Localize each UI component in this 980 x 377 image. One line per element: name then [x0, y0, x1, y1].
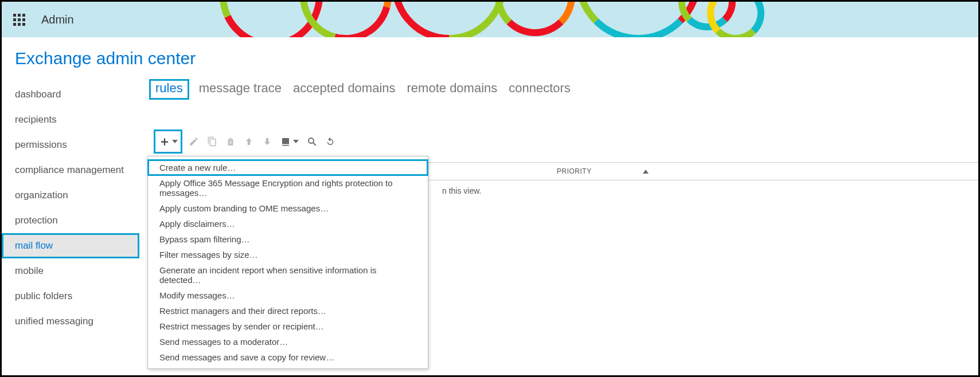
sidebar: dashboard recipients permissions complia…: [2, 78, 139, 334]
sort-asc-icon: [643, 170, 649, 174]
sidebar-item-permissions[interactable]: permissions: [2, 132, 139, 158]
new-rule-dropdown: Create a new rule… Apply Office 365 Mess…: [147, 156, 428, 369]
chevron-down-icon: [293, 140, 299, 143]
tabs: rules message trace accepted domains rem…: [155, 81, 978, 98]
delete-button[interactable]: [225, 136, 236, 147]
sidebar-item-compliance[interactable]: compliance management: [2, 158, 139, 183]
arrow-up-icon: [244, 136, 254, 147]
search-button[interactable]: [307, 136, 317, 147]
tab-accepted-domains[interactable]: accepted domains: [293, 81, 396, 96]
column-priority[interactable]: PRIORITY: [557, 167, 654, 175]
main-content: rules message trace accepted domains rem…: [139, 78, 978, 334]
dd-send-to-moderator[interactable]: Send messages to a moderator…: [148, 334, 428, 349]
dd-restrict-sender-recipient[interactable]: Restrict messages by sender or recipient…: [148, 319, 428, 334]
dd-filter-by-size[interactable]: Filter messages by size…: [148, 247, 428, 262]
column-label: PRIORITY: [557, 167, 592, 175]
search-icon: [307, 136, 317, 147]
copy-icon: [207, 136, 217, 147]
arrow-down-icon: [262, 136, 272, 147]
move-up-button[interactable]: [244, 136, 254, 147]
dd-create-new-rule[interactable]: Create a new rule…: [148, 160, 428, 175]
tab-message-trace[interactable]: message trace: [199, 81, 282, 96]
sidebar-item-unified-messaging[interactable]: unified messaging: [2, 309, 139, 334]
plus-icon: ＋: [158, 133, 171, 150]
decorative-arc: [707, 2, 764, 37]
move-down-button[interactable]: [262, 136, 272, 147]
sidebar-item-mobile[interactable]: mobile: [2, 258, 139, 284]
copy-button[interactable]: [207, 136, 217, 147]
export-icon: [280, 136, 291, 147]
decorative-arc: [495, 2, 575, 36]
top-bar: Admin: [2, 2, 978, 37]
admin-label: Admin: [41, 13, 74, 26]
sidebar-item-organization[interactable]: organization: [2, 183, 139, 208]
dd-apply-encryption[interactable]: Apply Office 365 Message Encryption and …: [148, 175, 428, 201]
tab-remote-domains[interactable]: remote domains: [407, 81, 498, 96]
export-button[interactable]: [280, 136, 299, 147]
dd-bypass-spam[interactable]: Bypass spam filtering…: [148, 231, 428, 247]
sidebar-item-public-folders[interactable]: public folders: [2, 284, 139, 309]
chevron-down-icon: [172, 140, 178, 143]
toolbar: ＋: [155, 131, 978, 152]
empty-state-text: n this view.: [442, 186, 978, 195]
sidebar-item-mail-flow[interactable]: mail flow: [2, 233, 139, 258]
trash-icon: [225, 136, 236, 147]
dd-apply-disclaimers[interactable]: Apply disclaimers…: [148, 216, 428, 231]
refresh-icon: [325, 136, 335, 147]
new-rule-button[interactable]: ＋: [155, 131, 181, 152]
dd-restrict-managers[interactable]: Restrict managers and their direct repor…: [148, 303, 428, 319]
edit-button[interactable]: [189, 136, 199, 147]
dd-incident-report[interactable]: Generate an incident report when sensiti…: [148, 262, 428, 288]
page-title: Exchange admin center: [2, 37, 978, 78]
tab-connectors[interactable]: connectors: [509, 81, 571, 96]
sidebar-item-dashboard[interactable]: dashboard: [2, 82, 139, 107]
app-launcher-icon[interactable]: [13, 14, 25, 26]
dd-send-save-copy[interactable]: Send messages and save a copy for review…: [148, 349, 428, 365]
refresh-button[interactable]: [325, 136, 335, 147]
svg-point-0: [309, 138, 314, 143]
sidebar-item-recipients[interactable]: recipients: [2, 107, 139, 132]
dd-modify-messages[interactable]: Modify messages…: [148, 288, 428, 303]
sidebar-item-protection[interactable]: protection: [2, 208, 139, 233]
svg-line-1: [313, 143, 316, 146]
tab-rules[interactable]: rules: [151, 81, 188, 98]
pencil-icon: [189, 136, 199, 147]
dd-apply-branding[interactable]: Apply custom branding to OME messages…: [148, 201, 428, 216]
